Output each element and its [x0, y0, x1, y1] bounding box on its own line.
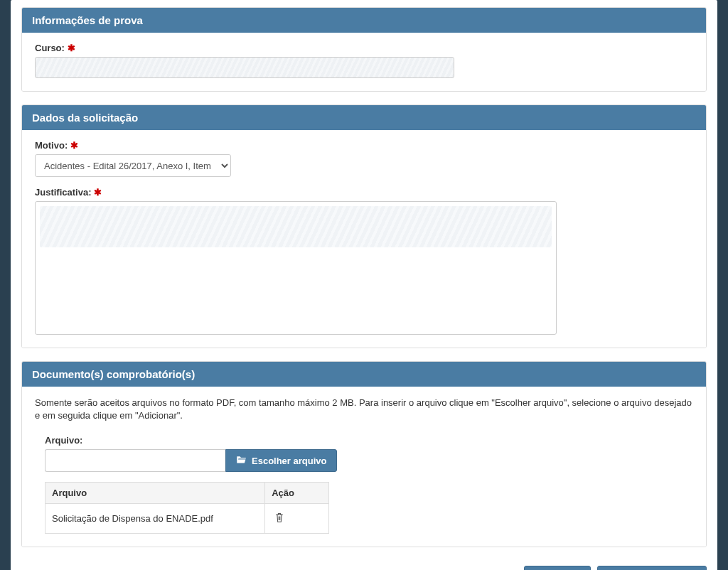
- motivo-label-text: Motivo:: [35, 140, 68, 151]
- motivo-label: Motivo: ✱: [35, 140, 693, 151]
- curso-input[interactable]: [35, 57, 454, 78]
- table-header-arquivo: Arquivo: [46, 483, 265, 504]
- file-controls: Escolher arquivo Arquivo Ação Solicitaçã…: [45, 449, 693, 534]
- justificativa-textarea[interactable]: [35, 201, 557, 335]
- panel-prova: Informações de prova Curso: ✱: [21, 7, 707, 92]
- choose-file-button[interactable]: Escolher arquivo: [225, 449, 337, 472]
- textarea-redacted-content: [40, 206, 552, 247]
- required-asterisk: ✱: [70, 140, 78, 151]
- uploaded-files-table: Arquivo Ação Solicitação de Dispensa do …: [45, 482, 329, 534]
- trash-icon: [274, 515, 284, 525]
- file-input-row: Escolher arquivo: [45, 449, 693, 472]
- panel-documentos: Documento(s) comprobatório(s) Somente se…: [21, 361, 707, 547]
- cancel-button[interactable]: Cancelar: [524, 566, 590, 570]
- documents-hint: Somente serão aceitos arquivos no format…: [35, 397, 693, 422]
- motivo-select[interactable]: Acidentes - Edital 26/2017, Anexo I, Ite…: [35, 154, 231, 177]
- panel-prova-header: Informações de prova: [22, 8, 706, 33]
- justificativa-label: Justificativa: ✱: [35, 187, 693, 198]
- folder-open-icon: [236, 455, 247, 466]
- panel-documentos-body: Somente serão aceitos arquivos no format…: [22, 387, 706, 547]
- submit-button[interactable]: Solicitar dispensa: [597, 566, 707, 570]
- panel-solicitacao-header: Dados da solicitação: [22, 105, 706, 130]
- file-name-cell: Solicitação de Dispensa do ENADE.pdf: [46, 504, 265, 534]
- choose-file-label: Escolher arquivo: [252, 456, 326, 466]
- curso-label-text: Curso:: [35, 43, 65, 53]
- panel-documentos-header: Documento(s) comprobatório(s): [22, 362, 706, 387]
- required-asterisk: ✱: [94, 187, 102, 198]
- curso-label: Curso: ✱: [35, 43, 693, 53]
- delete-file-button[interactable]: [272, 509, 287, 528]
- panel-solicitacao-body: Motivo: ✱ Acidentes - Edital 26/2017, An…: [22, 130, 706, 348]
- file-path-input[interactable]: [45, 449, 225, 472]
- justificativa-label-text: Justificativa:: [35, 187, 91, 198]
- table-header-acao: Ação: [265, 483, 329, 504]
- table-row: Solicitação de Dispensa do ENADE.pdf: [46, 504, 329, 534]
- main-form-container: Informações de prova Curso: ✱ Dados da s…: [11, 0, 717, 570]
- required-asterisk: ✱: [68, 43, 75, 53]
- panel-solicitacao: Dados da solicitação Motivo: ✱ Acidentes…: [21, 104, 707, 348]
- footer-actions: Cancelar Solicitar dispensa: [21, 560, 707, 570]
- panel-prova-body: Curso: ✱: [22, 33, 706, 91]
- arquivo-label: Arquivo:: [45, 435, 693, 446]
